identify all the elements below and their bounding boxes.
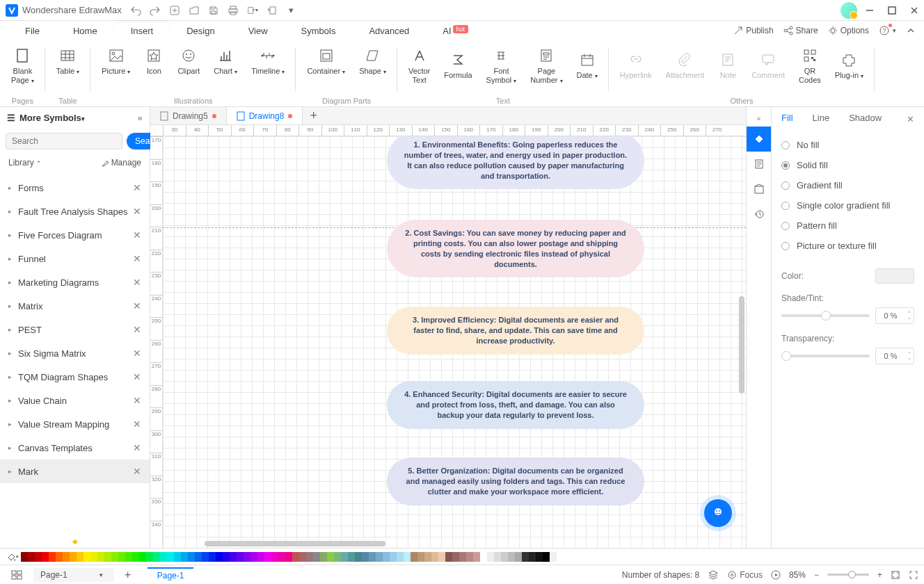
- ribbon-picture[interactable]: Picture ▾: [96, 43, 136, 79]
- fill-tool-icon[interactable]: [747, 127, 772, 152]
- color-swatch[interactable]: [411, 552, 417, 562]
- menu-insert[interactable]: Insert: [114, 23, 170, 39]
- fill-option-0[interactable]: No fill: [781, 135, 914, 155]
- sidebar-item-8[interactable]: ▸TQM Diagram Shapes✕: [0, 365, 150, 389]
- minimize-icon[interactable]: [866, 6, 874, 15]
- color-swatch[interactable]: [494, 552, 501, 562]
- zoom-in-icon[interactable]: +: [877, 570, 882, 580]
- color-swatch[interactable]: [139, 552, 146, 562]
- color-swatch[interactable]: [132, 552, 139, 562]
- color-swatch[interactable]: [480, 552, 487, 562]
- color-swatch[interactable]: [397, 552, 404, 562]
- fill-option-1[interactable]: Solid fill: [781, 155, 914, 175]
- color-swatch[interactable]: [28, 552, 35, 562]
- fit-page-icon[interactable]: [891, 570, 900, 580]
- fill-bucket-icon[interactable]: ▾: [6, 552, 19, 562]
- page-list-icon[interactable]: [6, 568, 28, 582]
- color-swatch[interactable]: [473, 552, 480, 562]
- sidebar-item-0[interactable]: ▸Forms✕: [0, 176, 150, 200]
- color-swatch[interactable]: [529, 552, 536, 562]
- sidebar-item-1[interactable]: ▸Fault Tree Analysis Shapes✕: [0, 200, 150, 223]
- color-swatch[interactable]: [264, 552, 271, 562]
- share-button[interactable]: Share: [783, 26, 818, 35]
- shade-slider[interactable]: [781, 314, 870, 317]
- bubble-5[interactable]: 5. Better Organization: Digital document…: [387, 457, 644, 505]
- color-swatch[interactable]: [313, 552, 320, 562]
- undo-icon[interactable]: [130, 5, 141, 16]
- ribbon-container[interactable]: Container ▾: [301, 43, 351, 79]
- color-swatch[interactable]: [404, 552, 411, 562]
- layers-icon[interactable]: [708, 569, 719, 581]
- color-swatch[interactable]: [118, 552, 125, 562]
- color-swatch[interactable]: [56, 552, 63, 562]
- bubble-4[interactable]: 4. Enhanced Security: Digital documents …: [387, 381, 644, 429]
- color-swatch[interactable]: [195, 552, 202, 562]
- color-swatch[interactable]: [21, 552, 28, 562]
- color-swatch[interactable]: [417, 552, 424, 562]
- menu-advanced[interactable]: Advanced: [352, 23, 426, 39]
- ribbon-chart[interactable]: Chart ▾: [208, 43, 243, 79]
- play-icon[interactable]: [771, 570, 781, 580]
- import-icon[interactable]: [266, 5, 278, 16]
- ribbon-blank[interactable]: BlankPage ▾: [6, 43, 40, 87]
- color-swatch[interactable]: [875, 268, 914, 284]
- ribbon-date[interactable]: Date ▾: [571, 43, 603, 87]
- color-swatch[interactable]: [452, 552, 459, 562]
- color-swatch[interactable]: [431, 552, 438, 562]
- bubble-3[interactable]: 3. Improved Efficiency: Digital document…: [387, 307, 644, 355]
- color-swatch[interactable]: [237, 552, 244, 562]
- color-swatch[interactable]: [327, 552, 334, 562]
- color-swatch[interactable]: [223, 552, 230, 562]
- color-swatch[interactable]: [278, 552, 285, 562]
- qa-more-icon[interactable]: ▾: [286, 5, 297, 16]
- ribbon-plugin[interactable]: Plug-in ▾: [829, 43, 869, 87]
- ribbon-timeline[interactable]: Timeline ▾: [246, 43, 290, 79]
- sidebar-item-2[interactable]: ▸Five Forces Diagram✕: [0, 223, 150, 247]
- color-swatch[interactable]: [355, 552, 362, 562]
- sidebar-item-3[interactable]: ▸Funnel✕: [0, 247, 150, 270]
- user-avatar[interactable]: [841, 2, 857, 19]
- color-swatch[interactable]: [244, 552, 250, 562]
- color-swatch[interactable]: [202, 552, 209, 562]
- color-swatch[interactable]: [160, 552, 167, 562]
- add-page-button[interactable]: +: [120, 569, 136, 581]
- page-tool-icon[interactable]: [747, 152, 772, 177]
- sidebar-item-5[interactable]: ▸Matrix✕: [0, 294, 150, 318]
- color-swatch[interactable]: [376, 552, 383, 562]
- menu-file[interactable]: File: [8, 23, 56, 39]
- shadow-tab[interactable]: Shadow: [849, 113, 882, 126]
- color-swatch[interactable]: [70, 552, 77, 562]
- ribbon-clipart[interactable]: Clipart: [172, 43, 205, 79]
- ribbon-pagenumber[interactable]: PageNumber ▾: [525, 43, 568, 87]
- color-swatch[interactable]: [299, 552, 306, 562]
- document-tab-1[interactable]: Drawing8: [227, 107, 303, 124]
- color-swatch[interactable]: [320, 552, 327, 562]
- expand-panel-icon[interactable]: «: [747, 110, 771, 127]
- menu-ai[interactable]: AIhot: [426, 23, 485, 39]
- ai-chat-button[interactable]: [704, 499, 732, 527]
- export-icon[interactable]: ▾: [247, 5, 258, 16]
- color-swatch[interactable]: [216, 552, 223, 562]
- print-icon[interactable]: [228, 5, 239, 16]
- menu-view[interactable]: View: [232, 23, 285, 39]
- fill-tab[interactable]: Fill: [781, 113, 793, 126]
- theme-tool-icon[interactable]: [747, 177, 772, 202]
- color-swatch[interactable]: [501, 552, 508, 562]
- save-icon[interactable]: [208, 5, 219, 16]
- bubble-2[interactable]: 2. Cost Savings: You can save money by r…: [387, 220, 644, 277]
- color-swatch[interactable]: [550, 552, 557, 562]
- color-swatch[interactable]: [348, 552, 355, 562]
- color-swatch[interactable]: [383, 552, 390, 562]
- ribbon-vectortext[interactable]: VectorText: [403, 43, 436, 87]
- color-swatch[interactable]: [536, 552, 543, 562]
- ribbon-shape[interactable]: Shape ▾: [353, 43, 392, 79]
- document-tab-0[interactable]: Drawing5: [150, 107, 227, 124]
- redo-icon[interactable]: [150, 5, 161, 16]
- color-swatch[interactable]: [90, 552, 97, 562]
- transparency-value[interactable]: 0 %: [875, 348, 914, 364]
- sidebar-item-9[interactable]: ▸Value Chain✕: [0, 389, 150, 412]
- color-swatch[interactable]: [292, 552, 299, 562]
- close-panel-icon[interactable]: ✕: [907, 114, 914, 124]
- ribbon-qr[interactable]: QRCodes: [793, 43, 827, 87]
- zoom-out-icon[interactable]: −: [814, 570, 819, 580]
